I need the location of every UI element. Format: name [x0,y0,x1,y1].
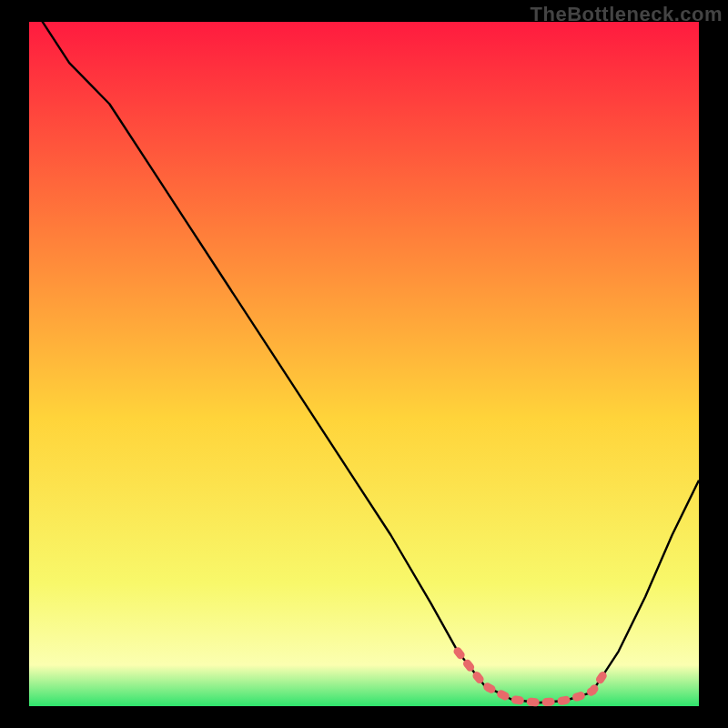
bottleneck-chart [0,0,728,728]
chart-container: TheBottleneck.com [0,0,728,728]
plot-background [29,22,699,706]
watermark-text: TheBottleneck.com [531,3,723,26]
